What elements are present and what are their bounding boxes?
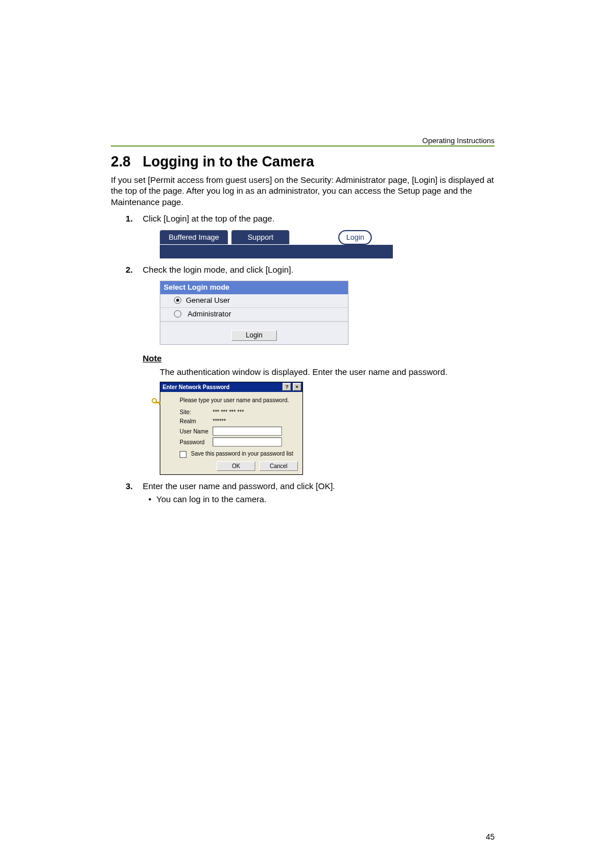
dialog-titlebar: Enter Network Password ? × bbox=[160, 382, 302, 392]
step-3: 3. Enter the user name and password, and… bbox=[143, 481, 495, 505]
close-icon[interactable]: × bbox=[293, 383, 301, 391]
note-heading: Note bbox=[143, 353, 495, 364]
running-header: Operating Instructions bbox=[422, 136, 495, 146]
save-password-row[interactable]: Save this password in your password list bbox=[180, 450, 298, 457]
section-heading: 2.8Logging in to the Camera bbox=[111, 152, 495, 171]
realm-row: Realm ****** bbox=[180, 418, 298, 425]
step-text: Click [Login] at the top of the page. bbox=[143, 214, 275, 223]
dialog-title: Enter Network Password bbox=[163, 384, 230, 390]
cancel-button[interactable]: Cancel bbox=[259, 461, 298, 471]
tab-buffered-image[interactable]: Buffered Image bbox=[160, 230, 228, 244]
key-icon bbox=[150, 397, 161, 408]
page: Operating Instructions 2.8Logging in to … bbox=[0, 0, 614, 868]
step-number: 2. bbox=[126, 264, 133, 276]
realm-value: ****** bbox=[213, 418, 226, 425]
radio-icon bbox=[174, 297, 181, 304]
password-input[interactable] bbox=[213, 437, 282, 446]
step-2: 2. Check the login mode, and click [Logi… bbox=[143, 264, 495, 345]
figure-tabs-login: Buffered Image Support Login bbox=[160, 230, 393, 258]
step-1: 1. Click [Login] at the top of the page.… bbox=[143, 213, 495, 258]
username-row: User Name bbox=[180, 427, 298, 436]
step-3-bullet: You can log in to the camera. bbox=[156, 494, 495, 505]
radio-label: Administrator bbox=[188, 310, 231, 318]
ok-button[interactable]: OK bbox=[217, 461, 255, 471]
step-number: 3. bbox=[126, 481, 133, 492]
password-row: Password bbox=[180, 437, 298, 446]
step-text: Check the login mode, and click [Login]. bbox=[143, 265, 293, 274]
site-label: Site: bbox=[180, 408, 213, 416]
panel-title: Select Login mode bbox=[160, 281, 348, 294]
step-text: Enter the user name and password, and cl… bbox=[143, 481, 335, 491]
tab-support[interactable]: Support bbox=[231, 230, 289, 244]
login-button[interactable]: Login bbox=[338, 230, 372, 245]
section-number: 2.8 bbox=[111, 152, 143, 171]
figure-select-login-mode: Select Login mode General User Administr… bbox=[160, 281, 349, 345]
help-icon[interactable]: ? bbox=[283, 383, 291, 391]
login-button[interactable]: Login bbox=[231, 330, 277, 341]
intro-paragraph: If you set [Permit access from guest use… bbox=[111, 174, 495, 208]
page-number: 45 bbox=[486, 832, 495, 842]
site-row: Site: *** *** *** *** bbox=[180, 408, 298, 416]
radio-label: General User bbox=[186, 296, 230, 304]
blue-strip bbox=[160, 245, 393, 258]
password-label: Password bbox=[180, 439, 213, 446]
section-title: Logging in to the Camera bbox=[143, 153, 314, 169]
note-body: The authentication window is displayed. … bbox=[160, 366, 495, 378]
svg-rect-2 bbox=[159, 402, 160, 405]
tab-bar: Buffered Image Support Login bbox=[160, 230, 393, 245]
radio-general-user[interactable]: General User bbox=[160, 294, 348, 308]
checkbox-icon[interactable] bbox=[180, 451, 186, 458]
figure-auth-dialog: Enter Network Password ? × Please ty bbox=[160, 382, 303, 474]
radio-administrator[interactable]: Administrator bbox=[160, 308, 348, 322]
username-input[interactable] bbox=[213, 427, 282, 436]
dialog-message: Please type your user name and password. bbox=[180, 397, 298, 404]
site-value: *** *** *** *** bbox=[213, 408, 244, 416]
username-label: User Name bbox=[180, 428, 213, 435]
realm-label: Realm bbox=[180, 418, 213, 425]
radio-icon bbox=[174, 310, 181, 318]
header-rule bbox=[111, 145, 495, 147]
save-password-label: Save this password in your password list bbox=[191, 450, 293, 457]
step-number: 1. bbox=[126, 213, 133, 224]
